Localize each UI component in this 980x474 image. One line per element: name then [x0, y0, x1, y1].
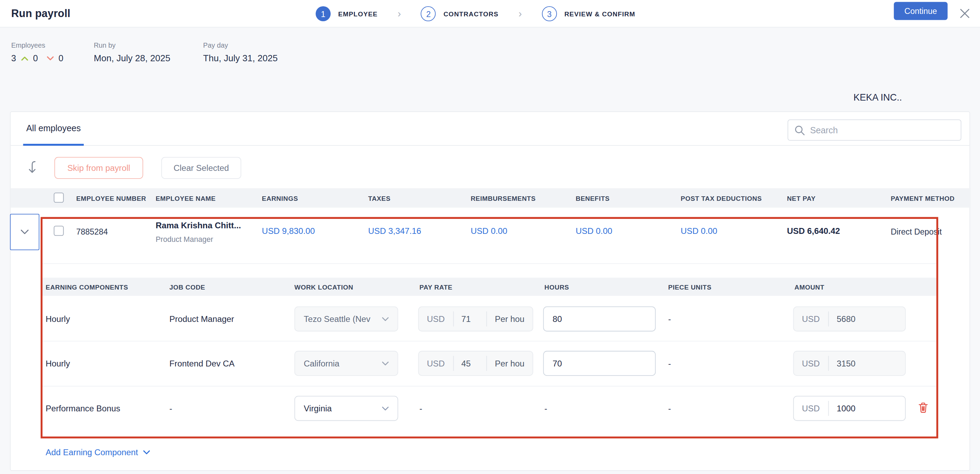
chevron-down-icon: [21, 229, 29, 234]
job-code-value: Frontend Dev CA: [169, 359, 235, 368]
clear-selected-button[interactable]: Clear Selected: [161, 157, 241, 179]
col-benefits: BENEFITS: [576, 195, 610, 202]
col-amount: AMOUNT: [794, 283, 824, 291]
tabs-row: All employees: [11, 112, 970, 146]
taxes-value[interactable]: USD 3,347.16: [368, 227, 421, 236]
chevron-down-icon: [382, 361, 389, 366]
hours-input[interactable]: [543, 351, 655, 376]
col-earning-components: EARNING COMPONENTS: [46, 283, 128, 291]
col-earnings: EARNINGS: [262, 195, 298, 202]
close-icon[interactable]: [957, 6, 972, 21]
chevron-right-icon: ›: [519, 8, 522, 19]
step-2-label: CONTRACTORS: [444, 10, 498, 18]
employees-count: 3: [11, 53, 16, 63]
row-checkbox[interactable]: [54, 226, 64, 236]
chevron-down-icon: [382, 406, 389, 411]
run-payroll-screen: Run payroll 1 EMPLOYEE › 2 CONTRACTORS ›…: [0, 0, 980, 474]
col-piece-units: PIECE UNITS: [668, 283, 711, 291]
sort-download-icon[interactable]: [24, 158, 39, 177]
pay-day-label: Pay day: [203, 41, 278, 49]
step-contractors[interactable]: 2 CONTRACTORS: [421, 6, 498, 21]
delete-component-icon[interactable]: [918, 402, 929, 415]
employees-label: Employees: [11, 41, 63, 49]
step-1-label: EMPLOYEE: [338, 10, 378, 18]
piece-units-value: -: [668, 359, 671, 368]
collapse-row-button[interactable]: [10, 214, 40, 250]
step-1-circle: 1: [316, 6, 331, 21]
pay-rate-currency: USD: [419, 359, 453, 368]
earning-component-name: Performance Bonus: [46, 404, 120, 413]
net-pay-value: USD 6,640.42: [787, 227, 840, 236]
earning-component-name: Hourly: [46, 314, 70, 324]
reimbursements-value[interactable]: USD 0.00: [471, 227, 507, 236]
job-code-value: -: [169, 404, 172, 413]
table-header: EMPLOYEE NUMBER EMPLOYEE NAME EARNINGS T…: [11, 188, 971, 208]
col-payment-method: PAYMENT METHOD: [891, 195, 955, 202]
col-employee-number: EMPLOYEE NUMBER: [76, 195, 146, 202]
col-job-code: JOB CODE: [169, 283, 205, 291]
chevron-down-icon: [382, 317, 389, 321]
work-location-select[interactable]: Tezo Seattle (Nev: [294, 306, 398, 332]
pay-rate-field: USD 45 Per hou: [418, 351, 533, 376]
piece-units-value: -: [668, 314, 671, 324]
pay-rate-value: -: [419, 404, 422, 413]
chevron-down-icon: [143, 450, 150, 455]
amount-currency: USD: [794, 314, 828, 324]
amount-currency: USD: [794, 404, 828, 413]
run-by-summary: Run by Mon, July 28, 2025: [94, 41, 170, 63]
amount-field: USD: [793, 306, 906, 332]
benefits-value[interactable]: USD 0.00: [576, 227, 612, 236]
col-pay-rate: PAY RATE: [419, 283, 452, 291]
hours-input[interactable]: [543, 306, 655, 332]
step-review-confirm[interactable]: 3 REVIEW & CONFIRM: [542, 6, 635, 21]
amount-input[interactable]: [829, 359, 885, 368]
search-box[interactable]: [788, 120, 961, 140]
pay-day-value: Thu, July 31, 2025: [203, 53, 278, 63]
work-location-select[interactable]: California: [294, 351, 398, 376]
divider: [42, 386, 937, 387]
amount-input[interactable]: [829, 404, 885, 413]
tab-all-employees[interactable]: All employees: [26, 123, 81, 133]
search-input[interactable]: [810, 125, 954, 135]
company-name: KEKA INC..: [853, 92, 902, 103]
hours-value: -: [544, 404, 547, 413]
divider: [42, 341, 937, 342]
amount-input[interactable]: [829, 314, 885, 324]
pay-rate-value: 71: [453, 314, 486, 324]
pay-rate-value: 45: [453, 359, 486, 368]
employees-down-count: 0: [59, 53, 63, 63]
pay-rate-unit: Per hou: [487, 314, 533, 324]
select-all-checkbox[interactable]: [54, 192, 64, 203]
col-employee-name: EMPLOYEE NAME: [156, 195, 216, 202]
continue-button[interactable]: Continue: [894, 2, 948, 20]
divider: [42, 263, 937, 264]
earnings-value[interactable]: USD 9,830.00: [262, 227, 315, 236]
pay-day-summary: Pay day Thu, July 31, 2025: [203, 41, 278, 63]
col-work-location: WORK LOCATION: [294, 283, 353, 291]
employees-card: All employees Skip from payroll Clear Se…: [10, 112, 970, 471]
post-tax-deductions-value[interactable]: USD 0.00: [681, 227, 717, 236]
page-title: Run payroll: [11, 8, 70, 20]
skip-from-payroll-button[interactable]: Skip from payroll: [54, 157, 143, 179]
amount-field: USD: [793, 351, 906, 376]
top-bar: Run payroll 1 EMPLOYEE › 2 CONTRACTORS ›…: [0, 0, 980, 27]
earning-component-name: Hourly: [46, 359, 70, 368]
employees-up-count: 0: [33, 53, 38, 63]
stepper: 1 EMPLOYEE › 2 CONTRACTORS › 3 REVIEW & …: [316, 0, 635, 27]
employee-title: Product Manager: [156, 235, 213, 244]
search-icon: [794, 125, 805, 136]
work-location-select[interactable]: Virginia: [294, 396, 398, 421]
col-post-tax-deductions: POST TAX DEDUCTIONS: [681, 195, 762, 202]
piece-units-value: -: [668, 404, 671, 413]
add-earning-component-link[interactable]: Add Earning Component: [46, 448, 150, 457]
payment-method-value: Direct Deposit: [891, 227, 942, 236]
pay-rate-field: USD 71 Per hou: [418, 306, 533, 332]
pay-rate-currency: USD: [419, 314, 453, 324]
col-taxes: TAXES: [368, 195, 390, 202]
employee-name: Rama Krishna Chitt...: [156, 221, 241, 230]
chevron-up-icon: [21, 56, 28, 61]
chevron-down-icon: [46, 56, 54, 61]
col-reimbursements: REIMBURSEMENTS: [471, 195, 536, 202]
step-3-label: REVIEW & CONFIRM: [564, 10, 635, 18]
step-employee[interactable]: 1 EMPLOYEE: [316, 6, 377, 21]
